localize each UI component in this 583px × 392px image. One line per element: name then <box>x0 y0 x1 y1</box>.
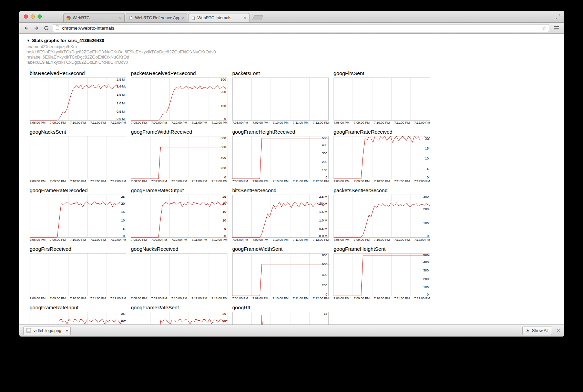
tab-webrtc-reference-app[interactable]: WebRTC Reference App × <box>126 13 187 22</box>
y-tick-label: 300 <box>221 78 226 81</box>
time-tick-label: 7:12:00 PM <box>313 179 329 183</box>
chart-plot <box>334 78 430 121</box>
chart-googNacksReceived: googNacksReceived7:08:00 PM7:09:00 PM7:1… <box>131 246 227 300</box>
page-content: ▼ Stats graphs for ssrc_4136526430 cname… <box>19 34 564 324</box>
time-tick-label: 7:09:00 PM <box>354 238 370 241</box>
time-tick-label: 7:11:00 PM <box>293 121 308 124</box>
stats-section-header[interactable]: ▼ Stats graphs for ssrc_4136526430 <box>27 38 564 43</box>
menu-button[interactable] <box>552 25 561 32</box>
y-tick-label: 20 <box>222 319 226 322</box>
x-axis-labels: 7:08:00 PM7:09:00 PM7:10:00 PM7:11:00 PM… <box>232 179 329 183</box>
chart-plot: 0.0 M0.5 M1.0 M1.5 M2.0 M2.5 M <box>30 78 126 121</box>
download-item-vidtel-logo[interactable]: vidtel_logo.png ▾ <box>23 327 71 335</box>
x-axis-labels: 7:08:00 PM7:09:00 PM7:10:00 PM7:11:00 PM… <box>30 238 126 241</box>
time-tick-label: 7:12:00 PM <box>414 238 430 241</box>
time-tick-label: 7:10:00 PM <box>171 238 187 241</box>
chart-title: googFrameHeightSent <box>334 246 430 253</box>
tab-webrtc[interactable]: WebRTC × <box>63 13 125 22</box>
time-tick-label: 7:10:00 PM <box>171 179 187 183</box>
time-tick-label: 7:10:00 PM <box>273 179 288 183</box>
time-tick-label: 7:10:00 PM <box>171 121 187 124</box>
time-tick-label: 7:09:00 PM <box>253 297 268 300</box>
time-tick-label: 7:09:00 PM <box>50 238 66 241</box>
y-tick-label: 15 <box>425 146 429 150</box>
show-all-button[interactable]: Show All <box>522 327 552 335</box>
tab-close-icon[interactable]: × <box>181 16 184 20</box>
chart-bitsReceivedPerSecond: bitsReceivedPerSecond0.0 M0.5 M1.0 M1.5 … <box>30 70 126 124</box>
tab-close-icon[interactable]: × <box>119 16 122 20</box>
y-tick-label: 0 <box>224 175 226 179</box>
forward-button[interactable] <box>33 25 40 32</box>
chart-title: googFirsSent <box>334 70 430 78</box>
y-tick-label: 10 <box>425 156 429 160</box>
y-tick-label: 200 <box>423 207 429 211</box>
collapse-triangle-icon[interactable]: ▼ <box>27 39 30 42</box>
address-bar[interactable]: chrome://webrtc-internals ☆ <box>53 24 549 32</box>
new-tab-button[interactable] <box>252 15 264 20</box>
bookmark-star-icon[interactable]: ☆ <box>542 25 546 31</box>
time-tick-label: 7:08:00 PM <box>232 179 248 183</box>
back-button[interactable] <box>23 25 30 32</box>
chart-title: packetsReceivedPerSecond <box>131 70 227 78</box>
time-tick-label: 7:08:00 PM <box>30 179 45 183</box>
chart-googFrameHeightSent: googFrameHeightSent01002003004005007:08:… <box>334 246 430 300</box>
y-tick-label: 0.0 M <box>319 234 327 238</box>
browser-window: WebRTC × WebRTC Reference App × WebRTC I… <box>19 11 564 337</box>
time-tick-label: 7:12:00 PM <box>110 238 126 241</box>
time-tick-label: 7:10:00 PM <box>273 238 288 241</box>
reload-button[interactable] <box>43 25 50 32</box>
url-text[interactable]: chrome://webrtc-internals <box>62 25 540 31</box>
page-icon <box>55 25 60 31</box>
chart-plot: 051015 <box>232 312 329 324</box>
y-tick-label: 1.5 M <box>116 93 125 96</box>
chart-title: packetsLost <box>232 70 329 78</box>
zoom-window-button[interactable] <box>38 14 42 19</box>
y-tick-label: 300 <box>423 195 429 198</box>
time-tick-label: 7:09:00 PM <box>151 179 167 183</box>
image-file-icon <box>26 328 31 334</box>
browser-toolbar: chrome://webrtc-internals ☆ <box>19 23 564 34</box>
y-tick-label: 0 <box>224 117 226 121</box>
y-tick-label: 5 <box>427 167 429 171</box>
chart-plot: 0100200300 <box>131 78 227 121</box>
chart-title: googFrameRateInput <box>30 304 126 312</box>
time-tick-label: 7:08:00 PM <box>232 238 248 241</box>
y-tick-label: 500 <box>322 136 327 140</box>
tab-title: WebRTC Reference App <box>135 16 179 20</box>
time-tick-label: 7:09:00 PM <box>354 179 370 183</box>
y-tick-label: 200 <box>322 283 327 287</box>
tab-webrtc-internals[interactable]: WebRTC Internals × <box>188 13 249 22</box>
y-tick-label: 25 <box>121 195 125 198</box>
y-tick-label: 20 <box>121 319 125 322</box>
chevron-down-icon[interactable]: ▾ <box>64 329 68 333</box>
y-tick-label: 100 <box>423 221 429 225</box>
x-axis-labels: 7:08:00 PM7:09:00 PM7:10:00 PM7:11:00 PM… <box>30 297 126 300</box>
time-tick-label: 7:12:00 PM <box>212 297 227 300</box>
page-icon <box>129 16 133 20</box>
y-tick-label: 300 <box>322 151 327 155</box>
y-tick-label: 0 <box>224 234 226 238</box>
time-tick-label: 7:11:00 PM <box>192 238 207 241</box>
time-tick-label: 7:12:00 PM <box>110 121 126 124</box>
time-tick-label: 7:10:00 PM <box>273 297 288 300</box>
chart-title: googFrameHeightReceived <box>232 128 329 136</box>
chart-plot: 0510152025 <box>131 195 227 238</box>
y-tick-label: 100 <box>221 104 226 108</box>
download-filename: vidtel_logo.png <box>33 328 61 333</box>
fullscreen-icon[interactable] <box>555 14 561 21</box>
chart-title: bitsSentPerSecond <box>232 187 329 195</box>
chart-plot: 0100200300 <box>334 195 430 238</box>
chart-title: packetsSentPerSecond <box>334 187 430 195</box>
time-tick-label: 7:08:00 PM <box>232 297 248 300</box>
x-axis-labels: 7:08:00 PM7:09:00 PM7:10:00 PM7:11:00 PM… <box>131 238 227 241</box>
time-tick-label: 7:08:00 PM <box>30 121 45 124</box>
tab-close-icon[interactable]: × <box>244 16 246 20</box>
time-tick-label: 7:12:00 PM <box>414 297 430 300</box>
minimize-window-button[interactable] <box>31 14 35 19</box>
close-shelf-icon[interactable]: × <box>557 328 560 333</box>
chart-googFrameRateReceived: googFrameRateReceived051015207:08:00 PM7… <box>334 128 430 183</box>
y-tick-label: 0 <box>326 175 327 179</box>
close-window-button[interactable] <box>24 14 28 19</box>
time-tick-label: 7:12:00 PM <box>313 297 329 300</box>
time-tick-label: 7:11:00 PM <box>394 179 410 183</box>
